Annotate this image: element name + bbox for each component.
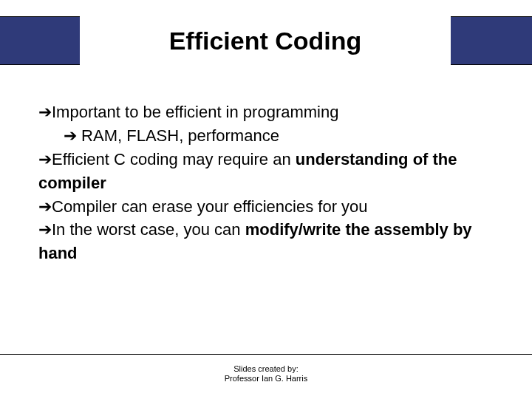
bullet-icon: ➔ [38,103,52,121]
bullet-item: ➔Compiler can erase your efficiencies fo… [38,195,494,219]
slide-title: Efficient Coding [80,16,451,65]
slide: Efficient Coding ➔Important to be effici… [0,0,532,399]
bullet-icon: ➔ [38,220,52,239]
bullet-text: Important to be efficient in programming [52,103,338,121]
bullet-text: Compiler can erase your efficiencies for… [52,197,368,216]
bullet-item: ➔Efficient C coding may require an under… [38,148,494,195]
bullet-text: RAM, FLASH, performance [77,126,279,145]
bullet-text: In the worst case, you can [52,220,245,239]
footer-line: Professor Ian G. Harris [0,374,532,384]
bullet-icon: ➔ [38,150,52,168]
bullet-icon: ➔ [38,197,52,216]
footer: Slides created by: Professor Ian G. Harr… [0,364,532,385]
bullet-item: ➔Important to be efficient in programmin… [38,100,494,124]
footer-line: Slides created by: [0,364,532,375]
footer-divider [0,354,532,355]
sub-bullet-item: ➔ RAM, FLASH, performance [38,124,494,148]
slide-body: ➔Important to be efficient in programmin… [38,100,494,265]
bullet-text: Efficient C coding may require an [52,150,296,168]
bullet-item: ➔In the worst case, you can modify/write… [38,218,494,265]
bullet-icon: ➔ [64,126,77,145]
